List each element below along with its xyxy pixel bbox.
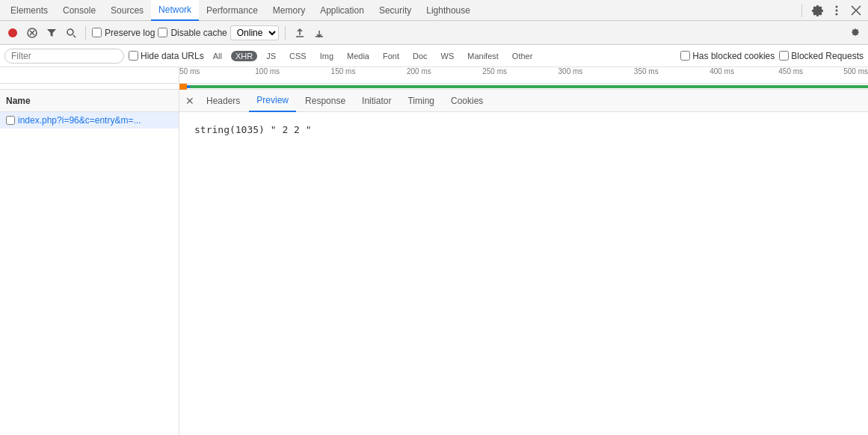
- devtools-tab-bar: Elements Console Sources Network Perform…: [0, 0, 868, 21]
- tick-500ms: 500 ms: [843, 67, 868, 75]
- tab-memory[interactable]: Memory: [265, 0, 313, 21]
- close-detail-icon[interactable]: ✕: [182, 93, 197, 108]
- has-blocked-cookies-label[interactable]: Has blocked cookies: [680, 51, 775, 61]
- tab-preview[interactable]: Preview: [249, 90, 296, 112]
- svg-point-0: [836, 5, 838, 7]
- timeline-ticks-area: 50 ms 100 ms 150 ms 200 ms 250 ms 300 ms…: [179, 67, 868, 83]
- tick-300ms: 300 ms: [558, 67, 583, 75]
- settings-icon[interactable]: [808, 1, 826, 19]
- filter-type-ws[interactable]: WS: [437, 51, 459, 61]
- tab-headers[interactable]: Headers: [199, 90, 247, 112]
- record-button[interactable]: [4, 25, 21, 41]
- filter-type-xhr[interactable]: XHR: [231, 51, 257, 61]
- tab-console[interactable]: Console: [55, 0, 103, 21]
- close-devtools-icon[interactable]: [847, 1, 865, 19]
- timeline-left-spacer: [0, 67, 179, 83]
- tab-timing[interactable]: Timing: [400, 90, 442, 112]
- file-list: index.php?i=96&c=entry&m=...: [0, 112, 179, 435]
- tick-450ms: 450 ms: [778, 67, 803, 75]
- clear-button[interactable]: [24, 25, 40, 41]
- tick-200ms: 200 ms: [407, 67, 431, 75]
- preserve-log-checkbox[interactable]: [92, 28, 102, 37]
- filter-type-js[interactable]: JS: [262, 51, 280, 61]
- has-blocked-cookies-checkbox[interactable]: [680, 51, 690, 61]
- toolbar-separator-1: [85, 26, 86, 40]
- search-button[interactable]: [63, 25, 79, 41]
- tick-150ms: 150 ms: [331, 67, 356, 75]
- filter-type-all[interactable]: All: [209, 51, 227, 61]
- filter-type-manifest[interactable]: Manifest: [463, 51, 503, 61]
- export-button[interactable]: [311, 25, 327, 41]
- throttle-select[interactable]: Online: [230, 25, 279, 40]
- tick-100ms: 100 ms: [255, 67, 280, 75]
- tick-350ms: 350 ms: [634, 67, 659, 75]
- toolbar-separator-2: [285, 26, 286, 40]
- tab-elements[interactable]: Elements: [3, 0, 55, 21]
- detail-tabs: ✕ Headers Preview Response Initiator Tim…: [179, 90, 868, 112]
- list-item[interactable]: index.php?i=96&c=entry&m=...: [0, 112, 179, 129]
- blocked-requests-label[interactable]: Blocked Requests: [779, 51, 864, 61]
- preview-text: string(1035) " 2 2 ": [194, 124, 312, 135]
- svg-point-2: [836, 13, 838, 15]
- svg-point-1: [836, 9, 838, 11]
- timeline-orange-marker: [179, 84, 187, 90]
- disable-cache-label[interactable]: Disable cache: [158, 28, 227, 38]
- file-item-checkbox[interactable]: [6, 116, 15, 125]
- hide-data-urls-label[interactable]: Hide data URLs: [129, 51, 204, 61]
- tick-250ms: 250 ms: [482, 67, 507, 75]
- tick-50ms: 50 ms: [179, 67, 200, 75]
- file-panel: Name index.php?i=96&c=entry&m=...: [0, 90, 179, 435]
- timeline-ruler: 50 ms 100 ms 150 ms 200 ms 250 ms 300 ms…: [0, 67, 868, 84]
- disable-cache-checkbox[interactable]: [158, 28, 167, 37]
- filter-type-css[interactable]: CSS: [285, 51, 311, 61]
- timeline-bar-right: [179, 84, 868, 89]
- tick-400ms: 400 ms: [710, 67, 734, 75]
- import-button[interactable]: [292, 25, 308, 41]
- preview-content-area: string(1035) " 2 2 ": [179, 112, 868, 435]
- tab-initiator[interactable]: Initiator: [354, 90, 398, 112]
- blocked-requests-checkbox[interactable]: [779, 51, 789, 61]
- filter-toggle-button[interactable]: [43, 25, 60, 41]
- more-options-icon[interactable]: [828, 1, 846, 19]
- filter-row: Hide data URLs All XHR JS CSS Img Media …: [0, 45, 868, 67]
- right-panel: ✕ Headers Preview Response Initiator Tim…: [179, 90, 868, 435]
- filter-input[interactable]: [4, 49, 124, 64]
- tab-network[interactable]: Network: [151, 0, 199, 21]
- tab-response[interactable]: Response: [298, 90, 353, 112]
- svg-point-3: [8, 28, 17, 37]
- hide-data-urls-checkbox[interactable]: [129, 51, 138, 61]
- tab-performance[interactable]: Performance: [199, 0, 265, 21]
- timeline-green-bar: [190, 85, 868, 88]
- timeline-bar: [0, 84, 868, 90]
- devtools-right-icons: [797, 1, 865, 19]
- main-area: Name index.php?i=96&c=entry&m=... ✕ Head…: [0, 90, 868, 435]
- preserve-log-label[interactable]: Preserve log: [92, 28, 155, 38]
- tab-sources[interactable]: Sources: [103, 0, 151, 21]
- network-toolbar: Preserve log Disable cache Online: [0, 21, 868, 45]
- timeline-bar-left: [0, 84, 179, 89]
- filter-type-doc[interactable]: Doc: [408, 51, 432, 61]
- network-settings-button[interactable]: [847, 25, 864, 41]
- tab-cookies[interactable]: Cookies: [443, 90, 490, 112]
- filter-type-media[interactable]: Media: [342, 51, 374, 61]
- filter-type-font[interactable]: Font: [378, 51, 404, 61]
- svg-point-5: [67, 29, 73, 35]
- file-item-name[interactable]: index.php?i=96&c=entry&m=...: [18, 115, 141, 126]
- throttle-wrapper: Online: [230, 25, 279, 40]
- filter-type-other[interactable]: Other: [508, 51, 538, 61]
- tab-lighthouse[interactable]: Lighthouse: [419, 0, 478, 21]
- filter-type-img[interactable]: Img: [316, 51, 338, 61]
- tab-security[interactable]: Security: [372, 0, 419, 21]
- separator: [801, 4, 802, 17]
- tab-application[interactable]: Application: [313, 0, 372, 21]
- file-panel-header: Name: [0, 90, 179, 112]
